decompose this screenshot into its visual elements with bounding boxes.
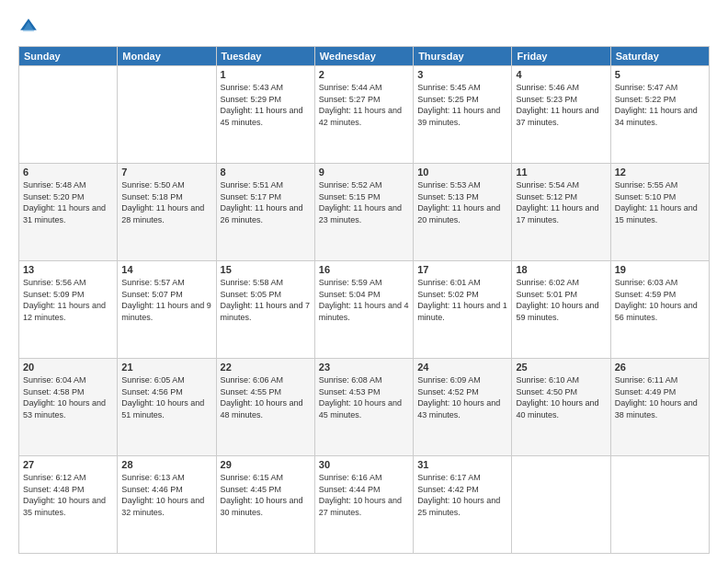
day-number: 11 — [516, 167, 606, 178]
day-cell: 6Sunrise: 5:48 AM Sunset: 5:20 PM Daylig… — [19, 164, 118, 261]
day-info: Sunrise: 5:46 AM Sunset: 5:23 PM Dayligh… — [516, 82, 606, 128]
day-cell: 27Sunrise: 6:12 AM Sunset: 4:48 PM Dayli… — [19, 456, 118, 554]
day-info: Sunrise: 6:09 AM Sunset: 4:52 PM Dayligh… — [417, 374, 507, 420]
day-cell: 2Sunrise: 5:44 AM Sunset: 5:27 PM Daylig… — [314, 66, 413, 164]
day-info: Sunrise: 5:55 AM Sunset: 5:10 PM Dayligh… — [615, 179, 705, 225]
week-row-1: 1Sunrise: 5:43 AM Sunset: 5:29 PM Daylig… — [19, 66, 710, 164]
logo-icon — [18, 17, 39, 37]
day-cell: 29Sunrise: 6:15 AM Sunset: 4:45 PM Dayli… — [216, 456, 314, 554]
day-cell: 18Sunrise: 6:02 AM Sunset: 5:01 PM Dayli… — [512, 261, 610, 359]
day-info: Sunrise: 6:04 AM Sunset: 4:58 PM Dayligh… — [23, 374, 113, 420]
day-header-friday: Friday — [512, 47, 610, 66]
day-cell: 23Sunrise: 6:08 AM Sunset: 4:53 PM Dayli… — [314, 359, 413, 456]
header — [18, 17, 710, 37]
day-info: Sunrise: 6:06 AM Sunset: 4:55 PM Dayligh… — [221, 374, 311, 420]
day-number: 5 — [615, 69, 705, 80]
day-info: Sunrise: 5:53 AM Sunset: 5:13 PM Dayligh… — [417, 179, 507, 225]
day-info: Sunrise: 5:57 AM Sunset: 5:07 PM Dayligh… — [121, 277, 211, 323]
day-number: 7 — [121, 167, 211, 178]
day-cell: 19Sunrise: 6:03 AM Sunset: 4:59 PM Dayli… — [610, 261, 709, 359]
day-cell: 30Sunrise: 6:16 AM Sunset: 4:44 PM Dayli… — [314, 456, 413, 554]
day-number: 27 — [23, 459, 113, 470]
week-row-5: 27Sunrise: 6:12 AM Sunset: 4:48 PM Dayli… — [19, 456, 710, 554]
day-info: Sunrise: 6:10 AM Sunset: 4:50 PM Dayligh… — [516, 374, 606, 420]
day-cell: 8Sunrise: 5:51 AM Sunset: 5:17 PM Daylig… — [216, 164, 314, 261]
day-cell: 4Sunrise: 5:46 AM Sunset: 5:23 PM Daylig… — [512, 66, 610, 164]
day-cell: 21Sunrise: 6:05 AM Sunset: 4:56 PM Dayli… — [118, 359, 216, 456]
day-info: Sunrise: 5:54 AM Sunset: 5:12 PM Dayligh… — [516, 179, 606, 225]
day-info: Sunrise: 5:59 AM Sunset: 5:04 PM Dayligh… — [319, 277, 409, 323]
day-cell: 26Sunrise: 6:11 AM Sunset: 4:49 PM Dayli… — [610, 359, 709, 456]
day-number: 8 — [221, 167, 311, 178]
day-number: 6 — [23, 167, 113, 178]
day-info: Sunrise: 6:02 AM Sunset: 5:01 PM Dayligh… — [516, 277, 606, 323]
day-info: Sunrise: 5:43 AM Sunset: 5:29 PM Dayligh… — [221, 82, 311, 128]
day-number: 19 — [615, 264, 705, 275]
day-info: Sunrise: 5:45 AM Sunset: 5:25 PM Dayligh… — [417, 82, 507, 128]
day-cell: 14Sunrise: 5:57 AM Sunset: 5:07 PM Dayli… — [118, 261, 216, 359]
day-number: 18 — [516, 264, 606, 275]
day-info: Sunrise: 6:12 AM Sunset: 4:48 PM Dayligh… — [23, 472, 113, 518]
day-header-thursday: Thursday — [414, 47, 512, 66]
day-cell: 9Sunrise: 5:52 AM Sunset: 5:15 PM Daylig… — [314, 164, 413, 261]
day-number: 10 — [417, 167, 507, 178]
day-number: 23 — [319, 362, 409, 373]
day-cell — [118, 66, 216, 164]
calendar-header: SundayMondayTuesdayWednesdayThursdayFrid… — [19, 47, 710, 66]
day-number: 4 — [516, 69, 606, 80]
day-cell — [610, 456, 709, 554]
day-header-sunday: Sunday — [19, 47, 118, 66]
header-row: SundayMondayTuesdayWednesdayThursdayFrid… — [19, 47, 710, 66]
day-info: Sunrise: 6:11 AM Sunset: 4:49 PM Dayligh… — [615, 374, 705, 420]
day-number: 15 — [221, 264, 311, 275]
day-cell: 7Sunrise: 5:50 AM Sunset: 5:18 PM Daylig… — [118, 164, 216, 261]
day-number: 25 — [516, 362, 606, 373]
day-number: 14 — [121, 264, 211, 275]
day-number: 28 — [121, 459, 211, 470]
day-info: Sunrise: 6:16 AM Sunset: 4:44 PM Dayligh… — [319, 472, 409, 518]
day-number: 1 — [221, 69, 311, 80]
day-number: 2 — [319, 69, 409, 80]
day-number: 29 — [221, 459, 311, 470]
day-cell: 15Sunrise: 5:58 AM Sunset: 5:05 PM Dayli… — [216, 261, 314, 359]
day-cell: 13Sunrise: 5:56 AM Sunset: 5:09 PM Dayli… — [19, 261, 118, 359]
calendar-table: SundayMondayTuesdayWednesdayThursdayFrid… — [18, 46, 710, 554]
day-info: Sunrise: 6:17 AM Sunset: 4:42 PM Dayligh… — [417, 472, 507, 518]
day-info: Sunrise: 6:03 AM Sunset: 4:59 PM Dayligh… — [615, 277, 705, 323]
day-number: 22 — [221, 362, 311, 373]
day-cell: 31Sunrise: 6:17 AM Sunset: 4:42 PM Dayli… — [414, 456, 512, 554]
day-number: 31 — [417, 459, 507, 470]
day-cell: 22Sunrise: 6:06 AM Sunset: 4:55 PM Dayli… — [216, 359, 314, 456]
day-header-saturday: Saturday — [610, 47, 709, 66]
day-cell: 12Sunrise: 5:55 AM Sunset: 5:10 PM Dayli… — [610, 164, 709, 261]
calendar-page: SundayMondayTuesdayWednesdayThursdayFrid… — [0, 0, 728, 563]
day-info: Sunrise: 5:56 AM Sunset: 5:09 PM Dayligh… — [23, 277, 113, 323]
day-number: 20 — [23, 362, 113, 373]
day-info: Sunrise: 6:15 AM Sunset: 4:45 PM Dayligh… — [221, 472, 311, 518]
day-number: 16 — [319, 264, 409, 275]
day-cell: 16Sunrise: 5:59 AM Sunset: 5:04 PM Dayli… — [314, 261, 413, 359]
day-number: 30 — [319, 459, 409, 470]
day-cell — [512, 456, 610, 554]
day-info: Sunrise: 5:58 AM Sunset: 5:05 PM Dayligh… — [221, 277, 311, 323]
week-row-3: 13Sunrise: 5:56 AM Sunset: 5:09 PM Dayli… — [19, 261, 710, 359]
day-number: 26 — [615, 362, 705, 373]
day-info: Sunrise: 5:48 AM Sunset: 5:20 PM Dayligh… — [23, 179, 113, 225]
day-number: 3 — [417, 69, 507, 80]
day-cell: 17Sunrise: 6:01 AM Sunset: 5:02 PM Dayli… — [414, 261, 512, 359]
day-info: Sunrise: 6:13 AM Sunset: 4:46 PM Dayligh… — [121, 472, 211, 518]
day-number: 13 — [23, 264, 113, 275]
day-cell: 1Sunrise: 5:43 AM Sunset: 5:29 PM Daylig… — [216, 66, 314, 164]
day-cell: 20Sunrise: 6:04 AM Sunset: 4:58 PM Dayli… — [19, 359, 118, 456]
day-cell: 24Sunrise: 6:09 AM Sunset: 4:52 PM Dayli… — [414, 359, 512, 456]
day-number: 21 — [121, 362, 211, 373]
calendar-body: 1Sunrise: 5:43 AM Sunset: 5:29 PM Daylig… — [19, 66, 710, 554]
day-header-tuesday: Tuesday — [216, 47, 314, 66]
day-cell: 11Sunrise: 5:54 AM Sunset: 5:12 PM Dayli… — [512, 164, 610, 261]
day-info: Sunrise: 5:47 AM Sunset: 5:22 PM Dayligh… — [615, 82, 705, 128]
week-row-4: 20Sunrise: 6:04 AM Sunset: 4:58 PM Dayli… — [19, 359, 710, 456]
day-info: Sunrise: 6:01 AM Sunset: 5:02 PM Dayligh… — [417, 277, 507, 323]
day-cell: 10Sunrise: 5:53 AM Sunset: 5:13 PM Dayli… — [414, 164, 512, 261]
day-cell: 3Sunrise: 5:45 AM Sunset: 5:25 PM Daylig… — [414, 66, 512, 164]
day-number: 24 — [417, 362, 507, 373]
